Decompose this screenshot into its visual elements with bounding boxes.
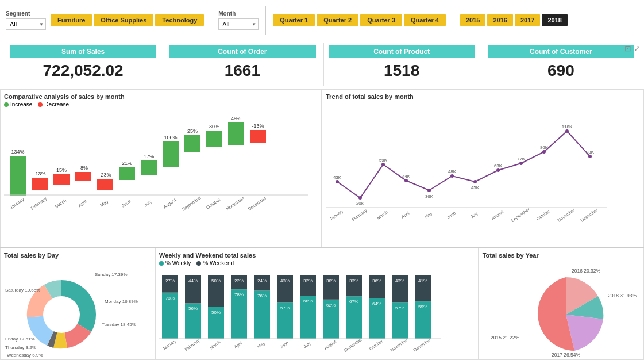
- legend-weekend-label: % Weekend: [203, 260, 234, 266]
- divider-2: [265, 6, 266, 35]
- svg-text:64%: 64%: [372, 301, 381, 307]
- svg-rect-2: [32, 178, 48, 190]
- year-2015-button[interactable]: 2015: [460, 14, 485, 26]
- divider-3: [453, 6, 453, 35]
- technology-button[interactable]: Technology: [155, 14, 204, 26]
- quarter4-button[interactable]: Quarter 4: [404, 14, 446, 26]
- svg-text:Saturday 19.65%: Saturday 19.65%: [5, 288, 40, 293]
- svg-rect-0: [10, 156, 26, 196]
- svg-text:134%: 134%: [11, 149, 24, 155]
- svg-text:August: August: [490, 209, 504, 221]
- svg-point-41: [427, 189, 431, 192]
- kpi-count-customer-header: Count of Customer: [488, 45, 634, 58]
- dashboard: Segment All Furniture Office Supplies Te…: [0, 0, 644, 360]
- svg-text:36%: 36%: [372, 278, 381, 284]
- donut-svg: Sunday 17.39% Monday 16.89% Tuesday 18.4…: [4, 260, 151, 360]
- kpi-expand-icon[interactable]: ⊡: [624, 44, 631, 53]
- svg-text:July: July: [143, 199, 153, 208]
- svg-text:73%: 73%: [165, 296, 175, 301]
- svg-text:43K: 43K: [333, 175, 342, 180]
- quarter1-button[interactable]: Quarter 1: [273, 14, 315, 26]
- svg-text:67%: 67%: [349, 299, 358, 304]
- svg-point-48: [588, 155, 592, 158]
- svg-text:November: November: [557, 207, 576, 223]
- svg-rect-14: [163, 141, 179, 167]
- svg-text:30%: 30%: [209, 124, 219, 129]
- svg-text:59%: 59%: [418, 304, 427, 309]
- svg-text:September: September: [343, 336, 364, 353]
- kpi-sum-sales-value: 722,052.02: [43, 58, 124, 83]
- svg-text:2018 31.93%: 2018 31.93%: [608, 293, 637, 298]
- quarter3-button[interactable]: Quarter 3: [360, 14, 402, 26]
- decrease-dot: [38, 102, 43, 107]
- svg-text:32%: 32%: [303, 278, 313, 284]
- trend-sales-chart: Trend of total sales by month 43K 20K: [322, 89, 644, 247]
- quarter-button-group: Quarter 1 Quarter 2 Quarter 3 Quarter 4: [273, 14, 446, 26]
- svg-text:50%: 50%: [211, 278, 221, 284]
- month-filter-group: Month All: [218, 10, 259, 30]
- svg-text:November: November: [225, 195, 246, 212]
- svg-text:83K: 83K: [586, 150, 595, 155]
- svg-text:-23%: -23%: [99, 172, 111, 178]
- svg-text:September: September: [510, 206, 531, 223]
- svg-point-43: [473, 180, 477, 183]
- svg-text:June: June: [446, 210, 456, 220]
- svg-text:43%: 43%: [395, 278, 404, 284]
- kpi-sum-sales: Sum of Sales 722,052.02: [5, 43, 161, 86]
- year-2018-button[interactable]: 2018: [542, 14, 567, 26]
- office-supplies-button[interactable]: Office Supplies: [94, 14, 153, 26]
- svg-text:November: November: [390, 337, 409, 353]
- sales-by-year-chart: Total sales by Year 2016 20.32% 2018 31.…: [479, 248, 644, 360]
- pie-svg: 2016 20.32% 2018 31.93% 2015 21.22% 2017…: [483, 260, 644, 358]
- month-dropdown[interactable]: All: [218, 18, 259, 30]
- svg-rect-8: [97, 179, 113, 190]
- svg-text:August: August: [163, 197, 178, 210]
- divider-1: [211, 6, 211, 35]
- svg-text:63K: 63K: [494, 163, 503, 168]
- svg-text:78%: 78%: [234, 292, 244, 297]
- svg-rect-22: [250, 130, 266, 143]
- svg-text:February: February: [351, 208, 368, 223]
- svg-text:Sunday 17.39%: Sunday 17.39%: [95, 272, 128, 277]
- svg-text:April: April: [400, 210, 411, 220]
- svg-point-46: [542, 150, 546, 154]
- svg-text:21%: 21%: [122, 160, 132, 166]
- segment-label: Segment: [6, 10, 46, 17]
- segment-dropdown[interactable]: All: [6, 18, 46, 30]
- year-2016-button[interactable]: 2016: [487, 14, 512, 26]
- svg-text:Friday 17.51%: Friday 17.51%: [5, 336, 35, 342]
- kpi-export-icon[interactable]: ⤢: [634, 44, 641, 53]
- furniture-button[interactable]: Furniture: [51, 14, 92, 26]
- svg-text:March: March: [376, 209, 388, 220]
- svg-rect-18: [206, 131, 222, 147]
- svg-text:27%: 27%: [165, 278, 175, 284]
- charts-row-2: Total sales by Day: [0, 248, 644, 360]
- svg-text:February: February: [30, 196, 48, 211]
- sales-by-year-title: Total sales by Year: [483, 252, 640, 259]
- svg-text:44%: 44%: [188, 278, 198, 284]
- svg-text:2015 21.22%: 2015 21.22%: [491, 335, 520, 340]
- svg-text:2017 26.54%: 2017 26.54%: [552, 352, 581, 358]
- year-2017-button[interactable]: 2017: [515, 14, 540, 26]
- quarter2-button[interactable]: Quarter 2: [317, 14, 358, 26]
- increase-dot: [4, 102, 9, 107]
- waterfall-svg: 134% -13% 15% -8% -23% 21% 17%: [4, 110, 308, 225]
- kpi-count-customer-value: 690: [547, 58, 574, 83]
- svg-text:October: October: [368, 338, 384, 351]
- svg-text:49%: 49%: [231, 116, 241, 121]
- sales-by-day-chart: Total sales by Day: [0, 248, 155, 360]
- svg-text:57%: 57%: [395, 305, 404, 311]
- svg-point-42: [450, 174, 454, 178]
- svg-text:24%: 24%: [257, 278, 267, 284]
- month-label: Month: [218, 10, 259, 17]
- svg-text:45K: 45K: [471, 185, 480, 190]
- month-dropdown-wrapper: All: [218, 18, 259, 30]
- svg-text:May: May: [256, 340, 266, 350]
- svg-point-45: [519, 162, 523, 165]
- svg-text:36K: 36K: [425, 194, 434, 199]
- svg-rect-6: [75, 172, 91, 181]
- category-button-group: Furniture Office Supplies Technology: [51, 14, 204, 26]
- kpi-count-order: Count of Order 1661: [164, 43, 321, 86]
- svg-text:-13%: -13%: [33, 171, 45, 177]
- svg-point-39: [381, 163, 385, 166]
